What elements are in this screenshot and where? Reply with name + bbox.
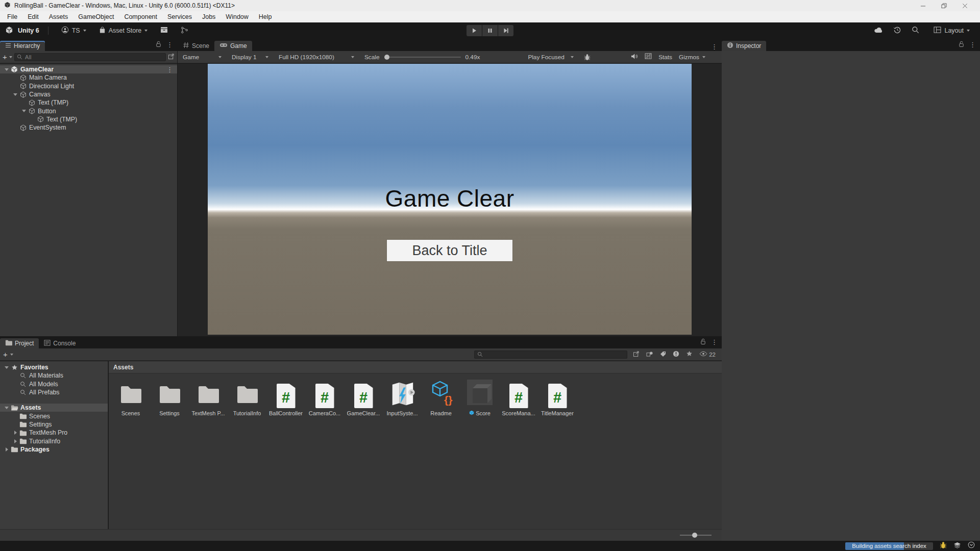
- gizmos-dropdown[interactable]: Gizmos: [679, 54, 705, 61]
- menu-edit[interactable]: Edit: [22, 13, 44, 20]
- hierarchy-search-input[interactable]: [24, 54, 163, 61]
- play-button[interactable]: [467, 25, 482, 36]
- project-tree-item-favorites[interactable]: Favorites: [0, 363, 108, 371]
- create-dropdown-icon[interactable]: [10, 354, 13, 356]
- pause-button[interactable]: [482, 25, 498, 36]
- package-manager-button[interactable]: [156, 27, 172, 35]
- scale-slider-thumb[interactable]: [384, 55, 389, 60]
- project-search-input[interactable]: [485, 351, 624, 358]
- asset-scoremana[interactable]: #ScoreMana...: [499, 380, 538, 416]
- search-log-icon[interactable]: [673, 350, 679, 359]
- close-button[interactable]: [962, 3, 968, 9]
- collab-status-icon[interactable]: [968, 541, 975, 550]
- project-tree-item-scenes[interactable]: Scenes: [0, 412, 108, 420]
- hierarchy-item-button[interactable]: Button: [0, 107, 177, 115]
- menu-file[interactable]: File: [2, 13, 22, 20]
- undo-history-icon[interactable]: [893, 26, 901, 36]
- account-dropdown[interactable]: TS: [57, 26, 90, 35]
- expander-icon[interactable]: [12, 439, 19, 443]
- display-dropdown[interactable]: Display 1: [227, 51, 274, 63]
- project-tree-item-packages[interactable]: Packages: [0, 445, 108, 454]
- kebab-menu-icon[interactable]: ⋮: [711, 44, 718, 49]
- asset-score[interactable]: Score: [460, 380, 499, 416]
- project-tree-item-tutorialinfo[interactable]: TutorialInfo: [0, 437, 108, 445]
- menu-jobs[interactable]: Jobs: [197, 13, 220, 20]
- kebab-menu-icon[interactable]: ⋮: [969, 42, 976, 47]
- project-tree-item-all-prefabs[interactable]: All Prefabs: [0, 388, 108, 396]
- asset-titlemanager[interactable]: #TitleManager: [538, 380, 577, 416]
- debug-bug-icon[interactable]: [579, 51, 596, 63]
- picker-icon[interactable]: [633, 350, 640, 359]
- expander-icon[interactable]: [3, 68, 10, 71]
- tab-inspector[interactable]: Inspector: [722, 41, 766, 51]
- asset-settings[interactable]: Settings: [150, 380, 189, 416]
- resolution-dropdown[interactable]: Full HD (980x551): [274, 51, 359, 63]
- hierarchy-item-eventsystem[interactable]: EventSystem: [0, 123, 177, 132]
- asset-inputsyste[interactable]: InputSyste...: [383, 380, 422, 416]
- asset-scenes[interactable]: Scenes: [111, 380, 150, 416]
- picker-icon[interactable]: [168, 53, 175, 62]
- asset-ballcontroller[interactable]: #BallController: [266, 380, 305, 416]
- expander-icon[interactable]: [3, 447, 10, 452]
- hierarchy-item-gameclear[interactable]: GameClear⋮: [0, 65, 177, 73]
- hidden-items-counter[interactable]: 22: [699, 351, 716, 358]
- project-tree-item-settings[interactable]: Settings: [0, 420, 108, 429]
- cloud-icon[interactable]: [874, 27, 883, 35]
- hierarchy-item-text-tmp[interactable]: Text (TMP): [0, 98, 177, 107]
- debugger-bug-icon[interactable]: [940, 541, 947, 551]
- menu-window[interactable]: Window: [220, 13, 253, 20]
- asset-gameclear[interactable]: #GameClear...: [344, 380, 383, 416]
- create-button[interactable]: +: [3, 352, 8, 358]
- asset-textmesh-p[interactable]: TextMesh P...: [189, 380, 228, 416]
- cache-layers-icon[interactable]: [953, 541, 961, 550]
- hierarchy-item-canvas[interactable]: Canvas: [0, 90, 177, 98]
- focus-mode-dropdown[interactable]: Play Focused: [523, 51, 579, 63]
- search-icon[interactable]: [912, 26, 919, 35]
- kebab-menu-icon[interactable]: ⋮: [711, 340, 718, 345]
- mute-audio-icon[interactable]: [630, 53, 638, 61]
- menu-assets[interactable]: Assets: [44, 13, 74, 20]
- minimize-button[interactable]: [920, 3, 926, 9]
- menu-help[interactable]: Help: [254, 13, 277, 20]
- hierarchy-item-directional-light[interactable]: Directional Light: [0, 82, 177, 90]
- vsync-icon[interactable]: [645, 53, 652, 61]
- kebab-menu-icon[interactable]: ⋮: [166, 42, 173, 47]
- view-mode-dropdown[interactable]: Game: [178, 51, 227, 63]
- asset-tutorialinfo[interactable]: TutorialInfo: [228, 380, 266, 416]
- project-tree-item-assets[interactable]: Assets: [0, 404, 108, 412]
- game-render-area[interactable]: Game Clear Back to Title: [208, 64, 692, 335]
- restore-button[interactable]: [941, 3, 947, 9]
- back-to-title-button[interactable]: Back to Title: [387, 240, 512, 261]
- search-by-type-icon[interactable]: [646, 350, 653, 359]
- version-control-button[interactable]: [177, 27, 192, 35]
- tab-hierarchy[interactable]: Hierarchy: [0, 41, 45, 51]
- favorite-star-icon[interactable]: [686, 350, 693, 359]
- thumbnail-zoom-slider[interactable]: [680, 535, 712, 536]
- hierarchy-item-text-tmp[interactable]: Text (TMP): [0, 115, 177, 123]
- project-search[interactable]: [474, 350, 627, 359]
- thumbnail-zoom-thumb[interactable]: [692, 533, 697, 538]
- project-tree-item-all-materials[interactable]: All Materials: [0, 371, 108, 380]
- menu-gameobject[interactable]: GameObject: [73, 13, 119, 20]
- asset-store-dropdown[interactable]: Asset Store: [95, 27, 152, 35]
- project-tree-item-textmesh-pro[interactable]: TextMesh Pro: [0, 429, 108, 437]
- label-tag-icon[interactable]: [660, 350, 666, 359]
- tab-scene[interactable]: Scene: [178, 41, 214, 51]
- lock-icon[interactable]: [959, 40, 964, 49]
- layout-dropdown[interactable]: Layout: [929, 27, 974, 35]
- stats-toggle[interactable]: Stats: [658, 54, 672, 61]
- asset-cameraco[interactable]: #CameraCo...: [305, 380, 344, 416]
- expander-icon[interactable]: [12, 431, 19, 435]
- expander-icon[interactable]: [3, 407, 10, 409]
- asset-readme[interactable]: {}Readme: [422, 380, 460, 416]
- hierarchy-search[interactable]: [14, 53, 166, 61]
- menu-services[interactable]: Services: [162, 13, 197, 20]
- expander-icon[interactable]: [3, 366, 10, 369]
- kebab-menu-icon[interactable]: ⋮: [166, 66, 177, 73]
- create-dropdown-icon[interactable]: [9, 56, 12, 58]
- step-button[interactable]: [498, 25, 513, 36]
- hierarchy-item-main-camera[interactable]: Main Camera: [0, 73, 177, 82]
- project-tree-item-all-models[interactable]: All Models: [0, 380, 108, 388]
- menu-component[interactable]: Component: [119, 13, 162, 20]
- expander-icon[interactable]: [12, 93, 19, 96]
